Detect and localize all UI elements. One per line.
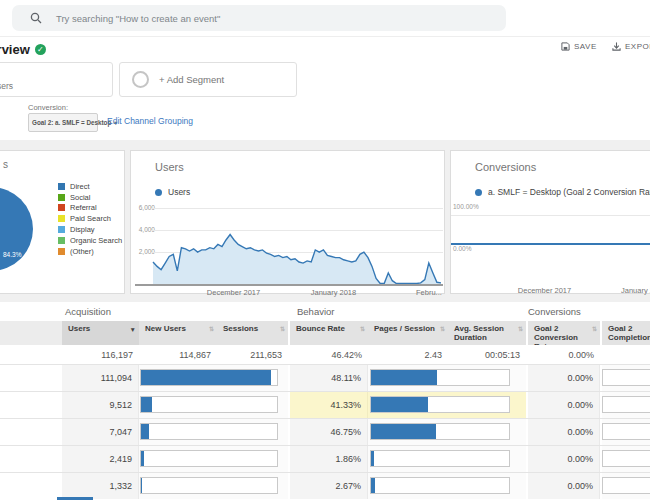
pages-session-column-header[interactable]: Pages / Session ⇅	[368, 321, 448, 345]
sessions-column-header[interactable]: Sessions ⇅	[217, 321, 288, 345]
conversion-label: Conversion:	[28, 103, 68, 112]
totals-users: 116,197	[62, 345, 139, 364]
pie-legend: Direct Social Referral Paid Search Displ…	[58, 181, 122, 257]
legend-label: Social	[70, 193, 90, 202]
add-segment-button[interactable]: + Add Segment	[119, 62, 297, 97]
users-value: 2,419	[62, 446, 139, 472]
bar-container	[602, 396, 650, 413]
bar-container	[140, 423, 278, 440]
completions-bar-cell	[602, 365, 650, 391]
segments-bar: All Users + Add Segment	[0, 60, 650, 100]
bar-fill	[371, 397, 428, 412]
conversions-chart-legend: a. SMLF = Desktop (Goal 2 Conversion Rat…	[475, 187, 650, 197]
export-button[interactable]: EXPORT	[612, 42, 650, 51]
conversion-goal-select[interactable]: Goal 2: a. SMLF = Desktop ▾	[28, 113, 98, 132]
totals-new-users: 114,867	[139, 345, 217, 364]
bounce-value: 41.33%	[290, 392, 368, 418]
search-input[interactable]: Try searching "How to create an event"	[12, 5, 506, 31]
new-users-column-header[interactable]: New Users ⇅	[139, 321, 217, 345]
legend-swatch	[58, 237, 65, 244]
bar-container	[370, 477, 510, 494]
search-placeholder: Try searching "How to create an event"	[56, 13, 220, 24]
users-value: 1,332	[62, 473, 139, 499]
bar-container	[140, 396, 278, 413]
goal-rate-value: 0.00%	[528, 365, 600, 391]
bar-container	[140, 450, 278, 467]
table-row: 111,094 48.11% 0.00%	[0, 364, 650, 391]
bounce-rate-column-header[interactable]: Bounce Rate ⇅	[290, 321, 368, 345]
goal-rate-value: 0.00%	[528, 419, 600, 445]
table-row: 2,419 1.86% 0.00%	[0, 445, 650, 472]
charts-section: s 84.3% Direct Social Referral Paid Sear…	[0, 140, 650, 302]
legend-swatch	[58, 226, 65, 233]
pie-legend-item: Referral	[58, 203, 122, 214]
table-body: 111,094 48.11% 0.00% 9,512 41.33% 0.00%	[0, 364, 650, 499]
channels-pie-panel: s 84.3% Direct Social Referral Paid Sear…	[0, 150, 125, 294]
bounce-bar-cell	[368, 392, 526, 418]
pie-legend-item: Direct	[58, 181, 122, 192]
bounce-value: 48.11%	[290, 365, 368, 391]
channel-cell[interactable]	[0, 392, 62, 418]
legend-dot-icon	[155, 189, 162, 196]
completions-bar-cell	[602, 446, 650, 472]
pie-panel-title: s	[3, 159, 8, 170]
bar-container	[370, 396, 510, 413]
totals-goal-rate: 0.00%	[528, 345, 600, 364]
y-tick: 100.00%	[453, 203, 483, 210]
x-tick: December 2017	[191, 288, 276, 297]
totals-sessions: 211,653	[217, 345, 288, 364]
add-segment-circle-icon	[132, 71, 149, 88]
channel-cell[interactable]	[0, 419, 62, 445]
users-column-header[interactable]: Users ▼	[62, 321, 139, 345]
data-quality-check-icon: ✓	[35, 44, 46, 55]
goal-rate-value: 0.00%	[528, 446, 600, 472]
metric-group-row: Acquisition Behavior Conversions	[0, 302, 650, 321]
y-tick: 0.00%	[453, 245, 483, 252]
goal-rate-value: 0.00%	[528, 392, 600, 418]
bar-container	[602, 477, 650, 494]
legend-label: Referral	[70, 203, 97, 212]
pie-legend-item: Display	[58, 224, 122, 235]
bounce-bar-cell	[368, 473, 526, 499]
segment-name: All Users	[0, 81, 13, 91]
users-chart-legend: Users	[155, 187, 190, 197]
conversions-chart-title: Conversions	[475, 161, 536, 173]
app-topbar: Try searching "How to create an event"	[0, 0, 650, 37]
save-button[interactable]: SAVE	[561, 42, 597, 51]
bounce-value: 1.86%	[290, 446, 368, 472]
gridline	[451, 215, 650, 216]
totals-pages: 2.43	[368, 345, 448, 364]
users-value: 7,047	[62, 419, 139, 445]
table-row: 1,332 2.67% 0.00%	[0, 472, 650, 499]
users-bar-cell	[139, 446, 288, 472]
x-tick: December 2017	[502, 286, 587, 295]
completions-bar-cell	[602, 473, 650, 499]
sort-icon: ⇅	[360, 325, 365, 334]
bounce-value: 2.67%	[290, 473, 368, 499]
goal-rate-value: 0.00%	[528, 473, 600, 499]
goal-completions-column-header[interactable]: Goal 2 Completions	[602, 321, 650, 345]
completions-bar-cell	[602, 419, 650, 445]
edit-channel-grouping-link[interactable]: Edit Channel Grouping	[107, 116, 193, 126]
goal-rate-column-header[interactable]: Goal 2 Conversion Rate ⇅	[528, 321, 600, 345]
bounce-bar-cell	[368, 446, 526, 472]
channel-cell[interactable]	[0, 446, 62, 472]
pie-slice-label: 84.3%	[3, 251, 21, 258]
totals-duration: 00:05:13	[448, 345, 526, 364]
sort-desc-icon: ▼	[130, 325, 136, 334]
current-segment-chip[interactable]: All Users	[0, 62, 113, 97]
users-value: 111,094	[62, 365, 139, 391]
bar-fill	[141, 478, 142, 493]
channel-cell[interactable]	[0, 365, 62, 391]
conversion-rate-flat-line	[451, 243, 650, 245]
column-header-row: Users ▼ New Users ⇅ Sessions ⇅ Bounce Ra…	[0, 321, 650, 345]
channel-column-header[interactable]	[0, 321, 62, 345]
channel-cell[interactable]	[0, 473, 62, 499]
bar-fill	[371, 451, 374, 466]
table-row: 9,512 41.33% 0.00%	[0, 391, 650, 418]
bounce-bar-cell	[368, 419, 526, 445]
pie-legend-item: Social	[58, 192, 122, 203]
users-bar-cell	[139, 419, 288, 445]
avg-duration-column-header[interactable]: Avg. Session Duration ⇅	[448, 321, 526, 345]
bar-fill	[141, 424, 149, 439]
